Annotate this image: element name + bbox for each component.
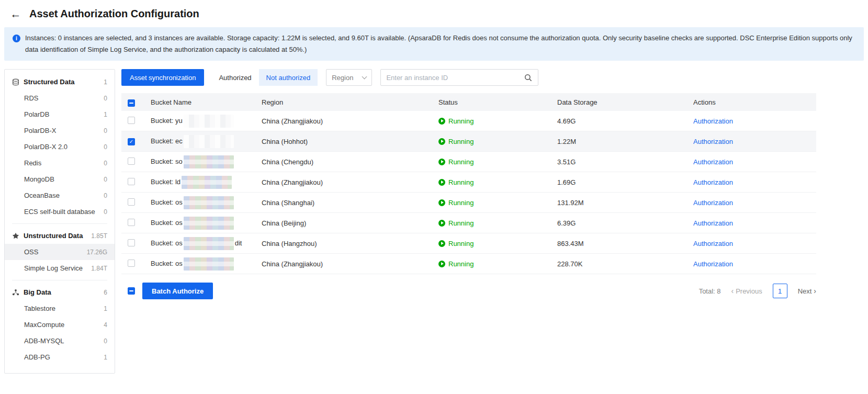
data-storage-cell: 4.69G	[557, 117, 693, 125]
table-footer: Batch Authorize Total: 8 Previous 1 Next	[121, 283, 816, 299]
bucket-name-cell: Bucket: os	[151, 196, 262, 209]
row-checkbox[interactable]	[128, 260, 135, 267]
sidebar-group-header-unstructured-data[interactable]: Unstructured Data1.85T	[5, 228, 115, 244]
running-status-icon	[438, 159, 445, 165]
data-storage-cell: 863.43M	[557, 240, 693, 247]
running-status-icon	[438, 240, 445, 247]
status-cell: Running	[438, 219, 557, 227]
sidebar-item-oceanbase[interactable]: OceanBase0	[5, 187, 115, 204]
table-header: Bucket Name Region Status Data Storage A…	[121, 93, 816, 111]
status-cell: Running	[438, 199, 557, 207]
info-icon	[13, 35, 20, 42]
authorization-link[interactable]: Authorization	[693, 138, 733, 145]
info-banner-text: Instances: 0 instances are selected, and…	[25, 32, 855, 55]
status-cell: Running	[438, 117, 557, 125]
data-storage-cell: 1.69G	[557, 178, 693, 186]
status-cell: Running	[438, 260, 557, 268]
sidebar-group-header-structured-data[interactable]: Structured Data1	[5, 74, 115, 90]
row-checkbox[interactable]	[128, 198, 135, 206]
data-storage-cell: 131.92M	[557, 199, 693, 207]
redacted-bucket-name	[184, 237, 234, 250]
sidebar-item-redis[interactable]: Redis0	[5, 155, 115, 171]
running-status-icon	[438, 220, 445, 227]
chevron-down-icon	[362, 74, 367, 80]
row-checkbox[interactable]	[128, 178, 135, 185]
region-cell: China (Zhangjiakou)	[262, 117, 438, 125]
sidebar-item-polardb-x-2-0[interactable]: PolarDB-X 2.00	[5, 139, 115, 155]
select-all-checkbox[interactable]	[128, 99, 135, 107]
redacted-bucket-name	[184, 217, 234, 230]
authorization-link[interactable]: Authorization	[693, 240, 733, 247]
running-status-icon	[438, 261, 445, 267]
pagination-next-button[interactable]: Next	[798, 287, 816, 295]
region-cell: China (Beijing)	[262, 219, 438, 227]
status-cell: Running	[438, 158, 557, 166]
sidebar-item-ecs-self-built-database[interactable]: ECS self-built database0	[5, 204, 115, 220]
page-title: Asset Authorization Configuration	[29, 8, 199, 20]
search-button[interactable]	[518, 70, 538, 85]
toolbar: Asset synchronization AuthorizedNot auth…	[121, 69, 816, 86]
tab-authorized[interactable]: Authorized	[211, 69, 258, 86]
sidebar-item-polardb[interactable]: PolarDB1	[5, 106, 115, 122]
sidebar-item-rds[interactable]: RDS0	[5, 90, 115, 106]
sidebar-item-adb-pg[interactable]: ADB-PG1	[5, 349, 115, 365]
table-row: Bucket: soChina (Chengdu)Running3.51GAut…	[121, 152, 816, 172]
column-header-bucket-name: Bucket Name	[151, 98, 262, 106]
pagination: Total: 8 Previous 1 Next	[699, 284, 816, 298]
row-checkbox[interactable]	[128, 239, 135, 246]
pagination-previous-button[interactable]: Previous	[731, 287, 762, 295]
redacted-bucket-name	[182, 176, 232, 189]
bucket-name-cell: Bucket: os	[151, 217, 262, 230]
row-checkbox[interactable]	[128, 117, 135, 124]
row-checkbox[interactable]	[128, 157, 135, 165]
redacted-bucket-name	[184, 196, 234, 209]
data-storage-cell: 228.70K	[557, 260, 693, 268]
table-row: Bucket: osChina (Beijing)Running6.39GAut…	[121, 213, 816, 233]
authorization-link[interactable]: Authorization	[693, 219, 733, 227]
sidebar-item-mongodb[interactable]: MongoDB0	[5, 171, 115, 187]
row-checkbox[interactable]	[128, 138, 135, 145]
sidebar-item-oss[interactable]: OSS17.26G	[5, 244, 115, 260]
table-row: Bucket: yuChina (Zhangjiakou)Running4.69…	[121, 111, 816, 131]
batch-authorize-button[interactable]: Batch Authorize	[142, 283, 213, 299]
region-cell: China (Zhangjiakou)	[262, 178, 438, 186]
redacted-bucket-name	[184, 155, 234, 168]
column-header-region: Region	[262, 98, 438, 106]
search-input[interactable]	[381, 74, 518, 82]
pagination-page-1-button[interactable]: 1	[773, 284, 787, 298]
table-row: Bucket: osChina (Shanghai)Running131.92M…	[121, 193, 816, 213]
sidebar-group-header-big-data[interactable]: Big Data6	[5, 284, 115, 300]
authorization-link[interactable]: Authorization	[693, 199, 733, 207]
back-arrow-icon[interactable]	[9, 7, 22, 20]
sidebar-item-adb-mysql[interactable]: ADB-MYSQL0	[5, 333, 115, 349]
column-header-actions: Actions	[693, 98, 816, 106]
sidebar-group-structured-data: Structured Data1RDS0PolarDB1PolarDB-X0Po…	[5, 74, 115, 220]
sidebar-item-simple-log-service[interactable]: Simple Log Service1.84T	[5, 260, 115, 276]
sidebar-item-tablestore[interactable]: Tablestore1	[5, 300, 115, 317]
status-cell: Running	[438, 138, 557, 145]
row-checkbox[interactable]	[128, 219, 135, 226]
data-storage-cell: 3.51G	[557, 158, 693, 166]
status-cell: Running	[438, 178, 557, 186]
bucket-name-cell: Bucket: yu	[151, 115, 262, 128]
unstructured-data-icon	[12, 232, 19, 240]
redacted-bucket-name	[184, 115, 234, 128]
sidebar-item-maxcompute[interactable]: MaxCompute4	[5, 317, 115, 333]
asset-synchronization-button[interactable]: Asset synchronization	[121, 69, 204, 86]
authorization-link[interactable]: Authorization	[693, 117, 733, 125]
authorization-link[interactable]: Authorization	[693, 178, 733, 186]
big-data-icon	[12, 289, 19, 296]
batch-select-checkbox[interactable]	[128, 287, 135, 295]
authorization-link[interactable]: Authorization	[693, 158, 733, 166]
sidebar-item-polardb-x[interactable]: PolarDB-X0	[5, 122, 115, 139]
table-row: Bucket: osChina (Zhangjiakou)Running228.…	[121, 254, 816, 274]
tab-not-authorized[interactable]: Not authorized	[259, 69, 318, 86]
sidebar-group-unstructured-data: Unstructured Data1.85TOSS17.26GSimple Lo…	[5, 228, 115, 276]
region-select[interactable]: Region	[326, 69, 372, 86]
region-select-label: Region	[332, 74, 353, 82]
search-icon	[524, 74, 532, 82]
bucket-name-cell: Bucket: ld	[151, 176, 262, 189]
table-row: Bucket: ldChina (Zhangjiakou)Running1.69…	[121, 172, 816, 193]
content: Structured Data1RDS0PolarDB1PolarDB-X0Po…	[0, 61, 868, 374]
authorization-link[interactable]: Authorization	[693, 260, 733, 268]
